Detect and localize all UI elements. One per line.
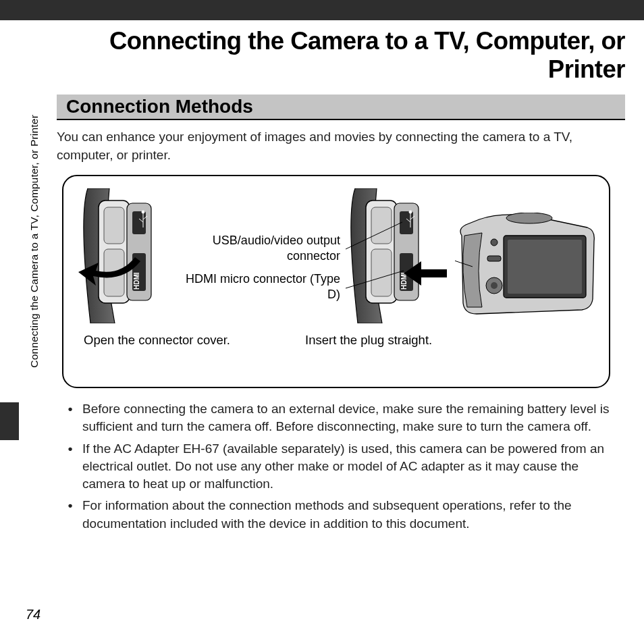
section-heading: Connection Methods xyxy=(57,95,625,120)
svg-rect-1 xyxy=(104,207,124,244)
top-bar xyxy=(0,0,644,20)
svg-rect-21 xyxy=(508,240,582,294)
connection-figure: HDMI USB/audio/video output connector HD… xyxy=(62,175,610,388)
chapter-title: Connecting the Camera to a TV, Computer,… xyxy=(57,27,625,95)
list-item: If the AC Adapter EH-67 (available separ… xyxy=(80,440,621,493)
svg-text:HDMI: HDMI xyxy=(133,272,140,290)
usb-connector-label: USB/audio/video output connector xyxy=(181,233,340,263)
insert-plug-illustration: HDMI xyxy=(346,188,451,323)
hdmi-connector-label: HDMI micro connector (Type D) xyxy=(181,271,340,302)
svg-point-7 xyxy=(142,211,144,213)
svg-rect-11 xyxy=(371,249,392,296)
page-number: 74 xyxy=(26,607,41,622)
svg-point-16 xyxy=(409,211,412,213)
svg-rect-10 xyxy=(371,207,392,244)
list-item: For information about the connection met… xyxy=(80,497,621,532)
list-item: Before connecting the camera to an exter… xyxy=(80,400,621,435)
side-thumb-tab xyxy=(0,402,19,440)
svg-rect-25 xyxy=(487,256,501,261)
page-content: Connecting the Camera to a TV, Computer,… xyxy=(0,20,644,533)
figure-caption-right: Insert the plug straight. xyxy=(305,333,432,348)
intro-paragraph: You can enhance your enjoyment of images… xyxy=(57,120,625,175)
notes-list: Before connecting the camera to an exter… xyxy=(57,400,625,533)
svg-point-24 xyxy=(491,282,498,289)
figure-caption-left: Open the connector cover. xyxy=(84,333,230,348)
svg-point-26 xyxy=(506,213,552,223)
camera-rear-illustration xyxy=(455,213,597,326)
svg-rect-4 xyxy=(132,211,146,234)
svg-point-22 xyxy=(491,239,498,246)
side-chapter-label: Connecting the Camera to a TV, Computer,… xyxy=(28,115,41,368)
open-cover-illustration: HDMI xyxy=(76,188,181,323)
